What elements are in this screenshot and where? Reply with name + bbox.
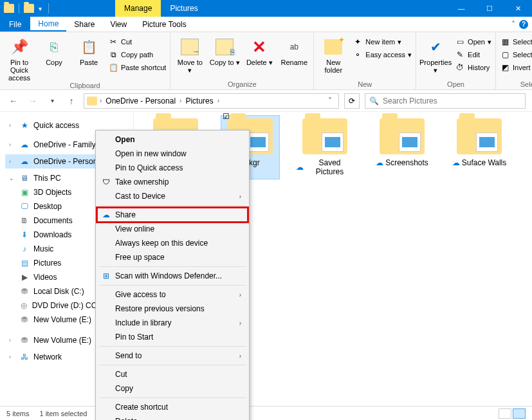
ctx-cut[interactable]: Cut: [97, 367, 248, 381]
new-folder-button[interactable]: New folder: [318, 34, 349, 74]
breadcrumb[interactable]: › OneDrive - Personal › Pictures › ˅: [84, 93, 339, 109]
folder-item[interactable]: ☁Saved Pictures: [296, 118, 354, 176]
downloads-icon: ⬇: [19, 230, 30, 240]
details-view-button[interactable]: [499, 408, 511, 419]
thumbnails-view-button[interactable]: [513, 408, 526, 419]
pictures-icon: ▤: [19, 258, 30, 268]
breadcrumb-part[interactable]: OneDrive - Personal: [103, 96, 178, 105]
easy-access-button[interactable]: ⚬Easy access ▾: [353, 50, 412, 60]
contextual-tab-manage[interactable]: Manage: [115, 0, 161, 17]
objects-icon: ▣: [19, 187, 30, 197]
ctx-cast-to-device[interactable]: Cast to Device›: [97, 189, 248, 203]
ctx-view-online[interactable]: View online: [97, 222, 248, 236]
tab-view[interactable]: View: [102, 17, 134, 32]
chevron-right-icon[interactable]: ›: [100, 97, 102, 104]
new-folder-icon: [324, 39, 342, 55]
ribbon-tabs: File Home Share View Picture Tools ˄ ?: [0, 17, 532, 32]
breadcrumb-dropdown[interactable]: ˅: [324, 96, 336, 105]
copy-to-button[interactable]: Copy to ▾: [209, 34, 240, 66]
ctx-give-access-to[interactable]: Give access to›: [97, 288, 248, 302]
new-item-icon: ✦: [353, 37, 363, 47]
history-button[interactable]: ⏱History: [455, 62, 491, 73]
ctx-delete[interactable]: Delete: [97, 414, 248, 420]
tab-home[interactable]: Home: [30, 17, 66, 32]
ctx-restore-previous[interactable]: Restore previous versions: [97, 302, 248, 316]
group-clipboard-label: Clipboard: [4, 82, 166, 91]
chevron-right-icon[interactable]: ›: [179, 97, 181, 104]
contextual-tab-pictures[interactable]: Pictures: [161, 0, 206, 17]
ctx-open[interactable]: Open: [97, 132, 248, 147]
search-placeholder: Search Pictures: [383, 96, 437, 105]
select-none-button[interactable]: ▢Select none: [500, 50, 532, 60]
copy-path-icon: ⧉: [108, 50, 118, 60]
scissors-icon: ✂: [108, 37, 118, 47]
pin-icon: 📌: [9, 37, 30, 57]
forward-button[interactable]: →: [26, 96, 40, 106]
ctx-scan-defender[interactable]: ⊞Scan with Windows Defender...: [97, 269, 248, 283]
copy-path-button[interactable]: ⧉Copy path: [108, 50, 166, 60]
help-icon[interactable]: ?: [519, 20, 528, 29]
desktop-icon: 🖵: [19, 201, 30, 212]
cloud-status-icon: ☁: [452, 158, 460, 167]
paste-shortcut-icon: 📋: [108, 62, 118, 73]
ctx-open-new-window[interactable]: Open in new window: [97, 147, 248, 161]
back-button[interactable]: ←: [6, 96, 21, 106]
chevron-down-icon[interactable]: ▾: [37, 5, 44, 12]
delete-button[interactable]: ✕Delete ▾: [244, 34, 275, 66]
paste-shortcut-button[interactable]: 📋Paste shortcut: [108, 62, 166, 73]
search-input[interactable]: 🔍 Search Pictures: [365, 93, 526, 109]
ctx-free-up-space[interactable]: Free up space: [97, 250, 248, 264]
cloud-status-icon: ☁: [376, 158, 383, 167]
refresh-button[interactable]: ⟳: [344, 93, 360, 109]
pin-to-quick-access-button[interactable]: 📌 Pin to Quick access: [4, 34, 35, 82]
edit-icon: ✎: [455, 50, 465, 60]
move-to-button[interactable]: Move to ▾: [174, 34, 205, 74]
videos-icon: ▶: [19, 272, 30, 282]
maximize-button[interactable]: ☐: [475, 0, 504, 17]
copy-button[interactable]: ⎘ Copy: [39, 34, 69, 66]
ctx-send-to[interactable]: Send to›: [97, 349, 248, 363]
disk-icon: ⛃: [19, 286, 30, 297]
group-new-label: New: [318, 80, 412, 89]
collapse-ribbon-icon[interactable]: ˄: [511, 20, 515, 29]
folder-item[interactable]: ☁Screenshots: [373, 118, 431, 176]
cut-button[interactable]: ✂Cut: [108, 37, 166, 47]
quick-access-toolbar: ▾: [0, 3, 51, 14]
ctx-include-in-library[interactable]: Include in library›: [97, 316, 248, 330]
ctx-pin-quick-access[interactable]: Pin to Quick access: [97, 161, 248, 175]
paste-button[interactable]: 📋 Paste: [73, 34, 104, 66]
edit-button[interactable]: ✎Edit: [455, 50, 491, 60]
disk-icon: ⛃: [19, 335, 30, 345]
chevron-right-icon[interactable]: ›: [217, 97, 219, 104]
network-icon: 🖧: [19, 352, 30, 362]
ctx-take-ownership[interactable]: 🛡Take ownership: [97, 175, 248, 189]
folder-thumb-icon: [457, 118, 502, 154]
copy-icon: ⎘: [44, 37, 64, 57]
ctx-pin-to-start[interactable]: Pin to Start: [97, 330, 248, 344]
open-button[interactable]: ▭Open ▾: [455, 37, 491, 47]
chevron-right-icon: ›: [239, 193, 241, 200]
search-icon: 🔍: [369, 96, 379, 105]
ctx-share[interactable]: ☁Share: [97, 208, 248, 222]
invert-selection-button[interactable]: ◩Invert selection: [500, 62, 532, 73]
recent-locations-button[interactable]: ▾: [45, 97, 59, 104]
select-all-button[interactable]: ▦Select all: [500, 37, 532, 47]
properties-icon: ✔: [425, 37, 446, 57]
close-button[interactable]: ✕: [504, 0, 532, 17]
up-button[interactable]: ↑: [64, 96, 78, 106]
minimize-button[interactable]: —: [447, 0, 475, 17]
invert-selection-icon: ◩: [500, 62, 510, 73]
ctx-copy[interactable]: Copy: [97, 381, 248, 396]
new-item-button[interactable]: ✦New item ▾: [353, 37, 412, 47]
ctx-always-keep[interactable]: Always keep on this device: [97, 236, 248, 250]
folder-item[interactable]: ☁Suface Walls: [450, 118, 508, 176]
breadcrumb-part[interactable]: Pictures: [183, 96, 216, 105]
properties-button[interactable]: ✔Properties ▾: [420, 34, 451, 74]
rename-button[interactable]: abRename: [279, 34, 309, 66]
ribbon: 📌 Pin to Quick access ⎘ Copy 📋 Paste ✂Cu…: [0, 32, 532, 90]
tab-file[interactable]: File: [0, 17, 30, 32]
ctx-create-shortcut[interactable]: Create shortcut: [97, 400, 248, 414]
tab-share[interactable]: Share: [66, 17, 102, 32]
tab-picture-tools[interactable]: Picture Tools: [134, 17, 194, 32]
group-select-label: Select: [500, 80, 532, 89]
